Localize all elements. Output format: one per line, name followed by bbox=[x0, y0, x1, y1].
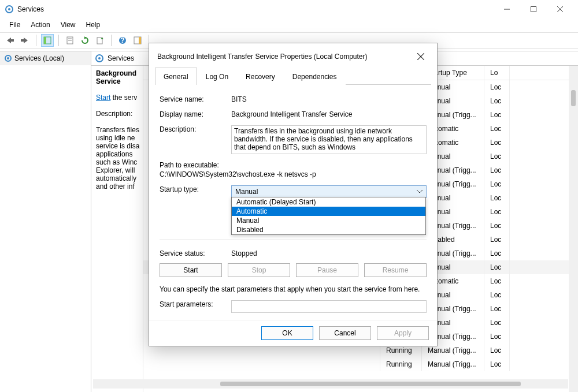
label-service-name: Service name: bbox=[160, 95, 224, 103]
label-startup-type: Startup type: bbox=[160, 185, 224, 193]
svg-rect-6 bbox=[11, 39, 14, 42]
svg-text:?: ? bbox=[120, 36, 124, 44]
svg-rect-7 bbox=[21, 39, 24, 42]
list-header-title: Services bbox=[108, 54, 134, 62]
svg-point-21 bbox=[98, 57, 101, 59]
tab-recovery[interactable]: Recovery bbox=[237, 68, 284, 85]
menu-help[interactable]: Help bbox=[81, 20, 105, 30]
option-disabled[interactable]: Disabled bbox=[232, 225, 425, 234]
tab-logon[interactable]: Log On bbox=[197, 68, 237, 85]
svg-point-19 bbox=[7, 57, 9, 59]
help-text: You can specify the start parameters tha… bbox=[160, 285, 420, 293]
col-logon[interactable]: Lo bbox=[484, 66, 510, 80]
properties-dialog: Background Intelligent Transfer Service … bbox=[149, 43, 438, 346]
detail-desc: Transfers filesusing idle neservice is d… bbox=[96, 126, 139, 191]
value-path: C:\WINDOWS\System32\svchost.exe -k netsv… bbox=[160, 170, 427, 178]
back-button[interactable] bbox=[3, 34, 16, 47]
close-button[interactable] bbox=[547, 0, 573, 18]
value-service-name: BITS bbox=[231, 95, 247, 103]
option-manual[interactable]: Manual bbox=[232, 216, 425, 225]
label-service-status: Service status: bbox=[160, 249, 224, 257]
tree-item-services-local[interactable]: Services (Local) bbox=[0, 51, 91, 65]
svg-rect-3 bbox=[531, 7, 536, 12]
detail-panel: BackgroundService Start the serv Descrip… bbox=[91, 66, 143, 392]
tree-pane: Services (Local) bbox=[0, 51, 91, 392]
svg-rect-9 bbox=[44, 37, 46, 44]
tab-general[interactable]: General bbox=[155, 68, 197, 85]
svg-rect-17 bbox=[139, 37, 141, 44]
label-display-name: Display name: bbox=[160, 110, 224, 118]
chevron-down-icon bbox=[417, 190, 423, 193]
stop-button: Stop bbox=[228, 263, 290, 277]
dialog-tabs: General Log On Recovery Dependencies bbox=[155, 68, 431, 85]
startup-type-dropdown[interactable]: Automatic (Delayed Start) Automatic Manu… bbox=[231, 197, 426, 235]
show-hide-tree-button[interactable] bbox=[41, 34, 54, 47]
menu-file[interactable]: File bbox=[5, 20, 25, 30]
menu-action[interactable]: Action bbox=[26, 20, 54, 30]
dialog-close-button[interactable] bbox=[412, 49, 430, 64]
value-service-status: Stopped bbox=[231, 249, 257, 257]
services-icon bbox=[5, 5, 14, 14]
description-box[interactable]: Transfers files in the background using … bbox=[231, 125, 427, 154]
tab-dependencies[interactable]: Dependencies bbox=[284, 68, 346, 85]
tree-item-label: Services (Local) bbox=[14, 54, 64, 62]
refresh-button[interactable] bbox=[79, 34, 91, 47]
label-start-params: Start parameters: bbox=[160, 300, 224, 308]
table-row[interactable]: RunningManual (Trigg...Loc bbox=[143, 357, 569, 371]
export-button[interactable] bbox=[94, 34, 106, 47]
start-link[interactable]: Start bbox=[96, 94, 110, 102]
label-description: Description: bbox=[160, 125, 224, 133]
vertical-scrollbar[interactable] bbox=[569, 66, 578, 392]
forward-button[interactable] bbox=[18, 34, 31, 47]
window-title: Services bbox=[17, 5, 44, 13]
startup-type-select[interactable]: Manual bbox=[231, 185, 427, 198]
start-button[interactable]: Start bbox=[160, 263, 222, 277]
help-button[interactable]: ? bbox=[116, 34, 129, 47]
apply-button: Apply bbox=[377, 326, 429, 340]
menubar: File Action View Help bbox=[0, 18, 578, 32]
start-params-input[interactable] bbox=[231, 300, 427, 313]
cancel-button[interactable]: Cancel bbox=[319, 326, 371, 340]
dialog-title: Background Intelligent Transfer Service … bbox=[157, 53, 368, 61]
ok-button[interactable]: OK bbox=[261, 326, 313, 340]
minimize-button[interactable] bbox=[494, 0, 520, 18]
value-display-name: Background Intelligent Transfer Service bbox=[231, 110, 352, 118]
properties-button[interactable] bbox=[64, 34, 76, 47]
label-path: Path to executable: bbox=[160, 161, 427, 169]
svg-point-1 bbox=[8, 8, 10, 10]
resume-button: Resume bbox=[364, 263, 427, 277]
pause-button: Pause bbox=[296, 263, 358, 277]
maximize-button[interactable] bbox=[520, 0, 547, 18]
action-pane-toggle[interactable] bbox=[131, 34, 144, 47]
menu-view[interactable]: View bbox=[56, 20, 80, 30]
option-automatic[interactable]: Automatic bbox=[232, 207, 425, 216]
option-automatic-delayed[interactable]: Automatic (Delayed Start) bbox=[232, 197, 425, 207]
window-titlebar: Services bbox=[0, 0, 578, 18]
horizontal-scrollbar[interactable] bbox=[93, 379, 568, 389]
